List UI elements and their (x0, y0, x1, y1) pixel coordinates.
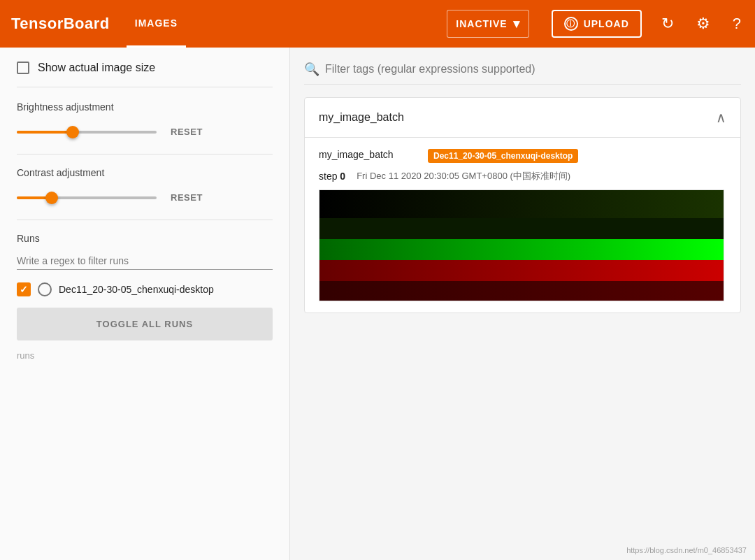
watermark: https://blog.csdn.net/m0_46853437 (626, 546, 747, 554)
chevron-down-icon: ▾ (513, 16, 520, 31)
filter-runs-input[interactable] (17, 252, 273, 270)
card-title: my_image_batch (319, 111, 404, 124)
svg-rect-4 (319, 281, 724, 301)
runs-footer: runs (17, 350, 273, 361)
card-header: my_image_batch ∧ (305, 98, 740, 138)
runs-section: Runs Dec11_20-30-05_chenxuqi-desktop TOG… (17, 233, 273, 361)
brightness-section: Brightness adjustment RESET (17, 101, 273, 140)
run-item: Dec11_20-30-05_chenxuqi-desktop (17, 282, 273, 296)
show-image-size-checkbox[interactable] (17, 62, 29, 74)
show-image-size-label: Show actual image size (38, 62, 155, 74)
step-label: step 0 (319, 171, 345, 182)
contrast-label: Contrast adjustment (17, 167, 273, 178)
image-info-row: my_image_batch Dec11_20-30-05_chenxuqi-d… (319, 149, 726, 163)
svg-rect-0 (319, 190, 724, 218)
runs-title: Runs (17, 233, 273, 244)
inactive-dropdown[interactable]: INACTIVE ▾ (447, 10, 528, 38)
app-header: TensorBoard IMAGES INACTIVE ▾ ⓘ UPLOAD ↻… (0, 0, 755, 48)
contrast-slider-thumb[interactable] (45, 192, 58, 204)
app-logo: TensorBoard (11, 15, 110, 33)
image-svg (319, 190, 724, 301)
contrast-section: Contrast adjustment RESET (17, 167, 273, 206)
filter-tags-input[interactable] (325, 63, 741, 76)
brightness-slider-fill (17, 131, 73, 134)
contrast-reset-button[interactable]: RESET (165, 189, 208, 206)
main-content: 🔍 my_image_batch ∧ my_image_batch Dec11_… (290, 48, 755, 560)
step-time: Fri Dec 11 2020 20:30:05 GMT+0800 (中国标准时… (357, 170, 570, 182)
brightness-slider-row: RESET (17, 124, 273, 140)
sidebar: Show actual image size Brightness adjust… (0, 48, 290, 560)
nav-images[interactable]: IMAGES (127, 0, 186, 48)
divider-1 (17, 154, 273, 155)
image-card: my_image_batch ∧ my_image_batch Dec11_20… (304, 97, 741, 313)
run-checkbox[interactable] (17, 282, 31, 296)
brightness-slider-track[interactable] (17, 131, 157, 134)
card-collapse-button[interactable]: ∧ (716, 109, 726, 126)
inactive-dropdown-label: INACTIVE (456, 18, 507, 29)
svg-rect-1 (319, 218, 724, 239)
brightness-label: Brightness adjustment (17, 101, 273, 113)
show-image-size-row: Show actual image size (17, 62, 273, 87)
run-badge: Dec11_20-30-05_chenxuqi-desktop (428, 149, 578, 163)
divider-2 (17, 220, 273, 220)
image-step-row: step 0 Fri Dec 11 2020 20:30:05 GMT+0800… (319, 170, 726, 182)
svg-rect-3 (319, 260, 724, 281)
image-visualization (319, 189, 724, 301)
contrast-slider-row: RESET (17, 189, 273, 206)
image-tag-name: my_image_batch (319, 149, 417, 160)
toggle-all-runs-button[interactable]: TOGGLE ALL RUNS (17, 308, 273, 340)
run-name-label: Dec11_20-30-05_chenxuqi-desktop (59, 284, 214, 295)
settings-button[interactable]: ⚙ (693, 12, 713, 36)
search-icon: 🔍 (304, 62, 319, 77)
brightness-slider-thumb[interactable] (66, 126, 79, 138)
upload-label: UPLOAD (584, 18, 629, 29)
refresh-button[interactable]: ↻ (659, 12, 677, 36)
svg-rect-2 (319, 239, 724, 260)
run-radio[interactable] (38, 282, 52, 296)
upload-info-icon: ⓘ (564, 17, 578, 31)
upload-button[interactable]: ⓘ UPLOAD (552, 10, 642, 38)
brightness-reset-button[interactable]: RESET (165, 124, 208, 140)
filter-bar: 🔍 (304, 62, 741, 85)
app-layout: Show actual image size Brightness adjust… (0, 48, 755, 560)
contrast-slider-track[interactable] (17, 196, 157, 199)
card-body: my_image_batch Dec11_20-30-05_chenxuqi-d… (305, 138, 740, 313)
help-button[interactable]: ? (730, 12, 744, 36)
